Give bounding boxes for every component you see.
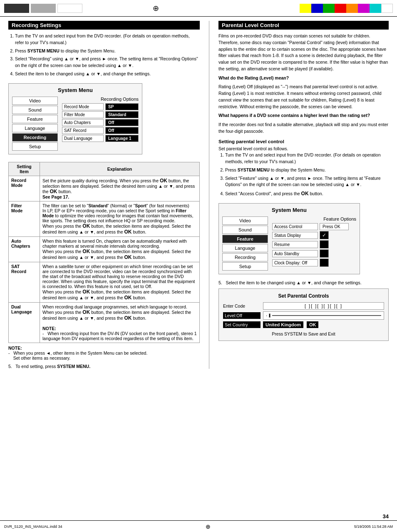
feature-resume: Resume — [272, 240, 356, 249]
bottom-note: NOTE: - When you press ◄, other items in… — [8, 346, 200, 360]
dual-language-value: Language 1 — [105, 135, 139, 142]
menu-sound-right[interactable]: Sound — [222, 226, 268, 234]
option-record-mode: Record Mode SP — [62, 103, 139, 110]
table-row-auto-chapters: AutoChapters When this feature is turned… — [9, 236, 200, 262]
clock-display-value — [320, 259, 329, 267]
enter-code-label: Enter Code — [223, 303, 261, 308]
block-2 — [31, 4, 56, 13]
parental-level-header: Parental Level Control — [218, 21, 389, 30]
menu-feature-left[interactable]: Feature — [12, 115, 58, 123]
menu-language-right[interactable]: Language — [222, 244, 268, 252]
column-divider — [209, 21, 209, 369]
a2: If the recorder does not find a suitable… — [218, 122, 389, 135]
auto-standby-value — [320, 249, 329, 258]
parental-controls-title: Set Parental Controls — [223, 293, 384, 299]
settings-table: SettingItem Explanation RecordMode Set t… — [8, 162, 200, 343]
top-bar-blocks — [4, 4, 82, 13]
parental-footer: Press SYSTEM to Save and Exit — [223, 331, 384, 336]
sat-record-desc: When a satellite tuner or other equipmen… — [40, 262, 200, 302]
bottom-bar: DVR_S120_INS_MANUAL.indd 34 ⊕ 5/19/2005 … — [0, 520, 397, 532]
table-row-filter-mode: FilterMode The filter can be set to "Sta… — [9, 201, 200, 236]
table-row-dual-language: DualLanguage When recording dual languag… — [9, 302, 200, 343]
recording-options-title: Recording Options — [62, 97, 139, 102]
system-menu-title-right: System Menu — [222, 207, 356, 213]
recording-options-panel: Recording Options Record Mode SP Filter … — [62, 97, 139, 151]
system-menu-inner-left: Video Sound Feature Language Recording S… — [12, 97, 139, 151]
menu-setup-right[interactable]: Setup — [222, 262, 268, 271]
set-country-wrapper: United Kingdom OK — [263, 321, 384, 328]
level-bar-wrapper: · — [263, 311, 384, 320]
color-cyan — [370, 4, 381, 13]
col-setting: SettingItem — [9, 162, 40, 176]
level-line — [272, 315, 381, 316]
menu-language-left[interactable]: Language — [12, 124, 58, 132]
level-off-label: Level:Off — [223, 312, 261, 319]
step5-left: 5. To end setting, press SYSTEM MENU. — [8, 364, 200, 369]
block-3 — [57, 4, 82, 13]
parental-intro-2: Set parental level control as follows. — [218, 146, 389, 152]
main-content: Recording Settings Turn the TV on and se… — [0, 17, 397, 373]
parental-intro: Films on pre-recorded DVD discs may cont… — [218, 33, 389, 72]
block-1 — [4, 4, 29, 13]
q1: What do the Rating (Level) mean? — [218, 75, 389, 82]
color-yellow — [300, 4, 311, 13]
record-mode-name: RecordMode — [9, 176, 40, 201]
bottom-crosshair: ⊕ — [206, 523, 211, 530]
step-1: Turn the TV on and select input from the… — [15, 33, 200, 46]
sat-record-name: SATRecord — [9, 262, 40, 302]
level-bar — [269, 313, 270, 318]
left-column: Recording Settings Turn the TV on and se… — [8, 21, 200, 369]
access-control-value: Press OK — [320, 223, 349, 230]
left-menu-items: Video Sound Feature Language Recording S… — [12, 97, 58, 151]
top-crosshair: ⊕ — [153, 4, 159, 13]
top-bar: ⊕ — [0, 0, 397, 17]
step-4: Select the item to be changed using ▲ or… — [15, 71, 200, 77]
menu-recording-right[interactable]: Recording — [222, 253, 268, 261]
option-sat-record: SAT Record Off — [62, 127, 139, 134]
col-explanation: Explanation — [40, 162, 200, 176]
menu-recording-left[interactable]: Recording — [12, 133, 58, 142]
color-blocks — [300, 4, 393, 13]
set-country-label: Set Country — [223, 321, 261, 328]
record-mode-label: Record Mode — [62, 103, 104, 110]
menu-video-right[interactable]: Video — [222, 216, 268, 225]
status-display-label: Status Display — [272, 232, 318, 239]
system-menu-box-left: System Menu Video Sound Feature Language… — [8, 83, 142, 154]
record-mode-value: SP — [105, 103, 139, 110]
menu-feature-right[interactable]: Feature — [222, 235, 268, 243]
parental-steps: Set parental level control as follows. T… — [218, 146, 389, 198]
parental-enter-code-row: Enter Code [ ][ ][ ][ ][ ][ ] — [223, 302, 384, 310]
filter-mode-name: FilterMode — [9, 201, 40, 236]
bottom-left: DVR_S120_INS_MANUAL.indd 34 — [4, 525, 62, 529]
filter-mode-desc: The filter can be set to "Standard" (Nor… — [40, 201, 200, 236]
parental-step5: 5. Select the item to be changed using ▲… — [218, 280, 389, 285]
menu-sound-left[interactable]: Sound — [12, 106, 58, 114]
q2: What happens if a DVD scene contains a h… — [218, 112, 389, 119]
step-2: Press SYSTEM MENU to display the System … — [15, 48, 200, 55]
parental-step-2: Press SYSTEM MENU to display the System … — [225, 167, 389, 174]
feature-options-title: Feature Options — [272, 216, 356, 221]
feature-status-display: Status Display ✓ — [272, 231, 356, 239]
setting-parental-header: Setting parental level control — [218, 139, 389, 144]
ok-value: OK — [307, 321, 319, 328]
menu-video-left[interactable]: Video — [12, 97, 58, 105]
menu-setup-left[interactable]: Setup — [12, 142, 58, 151]
parental-step-3: Select "Feature" using ▲ or ▼, and press… — [225, 175, 389, 189]
color-magenta — [358, 4, 370, 13]
clock-display-label: Clock Display: Off — [272, 259, 318, 266]
table-row-sat-record: SATRecord When a satellite tuner or othe… — [9, 262, 200, 302]
record-mode-desc: Set the picture quality during recording… — [40, 176, 200, 201]
table-row-record-mode: RecordMode Set the picture quality durin… — [9, 176, 200, 201]
system-menu-box-right: System Menu Video Sound Feature Language… — [218, 203, 360, 274]
enter-code-value: [ ][ ][ ][ ][ ][ ] — [263, 302, 384, 310]
feature-auto-standby: Auto Standby — [272, 249, 356, 258]
step-3: Select "Recording" using ▲ or ▼, and pre… — [15, 56, 200, 69]
system-menu-inner-right: Video Sound Feature Language Recording S… — [222, 216, 356, 271]
recording-steps: Turn the TV on and select input from the… — [8, 33, 200, 77]
filter-mode-value: Standard — [105, 111, 139, 118]
parental-level-row: Level:Off · — [223, 311, 384, 320]
filter-mode-label: Filter Mode — [62, 111, 104, 118]
note-bullet: - When you press ◄, other items in the S… — [8, 351, 200, 360]
level-dot: · — [266, 313, 267, 318]
feature-clock-display: Clock Display: Off — [272, 259, 356, 267]
